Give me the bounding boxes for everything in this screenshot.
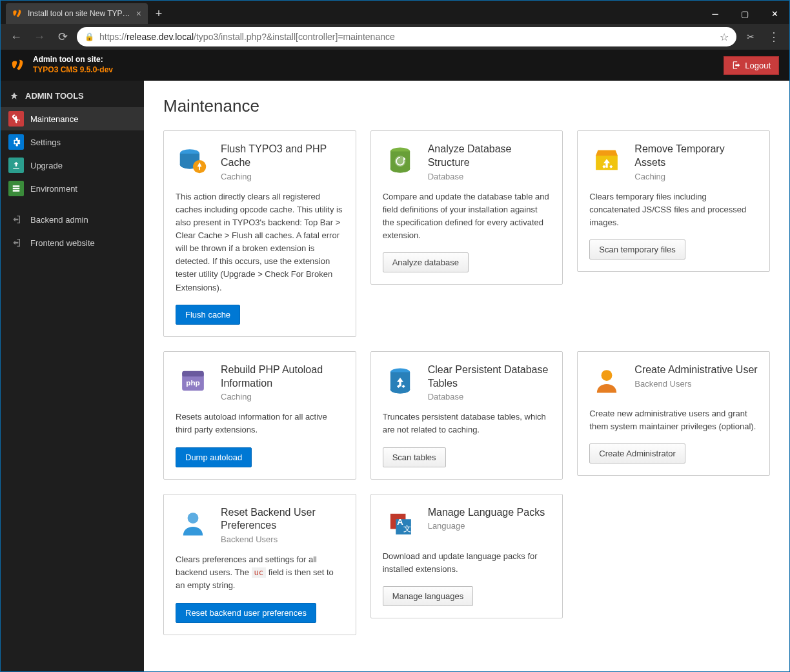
card-description: Compare and update the database table an…	[383, 190, 551, 243]
card-title: Remove Temporary Assets	[634, 143, 758, 170]
card-icon: php	[176, 363, 210, 398]
sidebar-item-label: Upgrade	[30, 161, 63, 170]
card-action-button[interactable]: Scan tables	[383, 447, 446, 467]
menu-icon[interactable]: ⋮	[765, 28, 783, 46]
card: Reset Backend User PreferencesBackend Us…	[163, 494, 356, 635]
card-category: Caching	[634, 172, 758, 181]
url-input[interactable]: 🔒 https://release.dev.local/typo3/instal…	[77, 27, 736, 46]
sidebar-item-label: Maintenance	[30, 114, 78, 124]
upload-icon	[8, 158, 24, 173]
sidebar: ADMIN TOOLS Maintenance Settings Upgrade…	[1, 81, 144, 671]
card: phpRebuild PHP Autoload InformationCachi…	[163, 351, 356, 480]
card-icon	[383, 363, 418, 398]
card-icon	[589, 143, 624, 178]
card-category: Backend Users	[634, 379, 757, 389]
sidebar-item-environment[interactable]: Environment	[1, 177, 144, 200]
sidebar-link-frontend[interactable]: Frontend website	[1, 231, 144, 254]
app-topbar: Admin tool on site: TYPO3 CMS 9.5.0-dev …	[1, 50, 789, 81]
sidebar-item-maintenance[interactable]: Maintenance	[1, 107, 144, 130]
card: Create Administrative UserBackend UsersC…	[577, 351, 770, 476]
topbar-site-label: Admin tool on site:	[33, 55, 113, 65]
page-title: Maintenance	[163, 96, 770, 116]
tab-title: Install tool on site New TYPO3 si	[28, 9, 131, 18]
card: Flush TYPO3 and PHP CacheCachingThis act…	[163, 130, 356, 337]
card-action-button[interactable]: Analyze database	[383, 252, 469, 272]
window-minimize-icon[interactable]: ─	[700, 3, 730, 24]
card-description: This action directly clears all register…	[176, 190, 344, 294]
url-text: https://release.dev.local/typo3/install.…	[99, 32, 714, 42]
server-icon	[8, 181, 24, 196]
card-action-button[interactable]: Flush cache	[176, 305, 240, 325]
card-title: Clear Persistent Database Tables	[428, 363, 551, 391]
browser-tab[interactable]: Install tool on site New TYPO3 si ×	[6, 3, 148, 24]
typo3-favicon-icon	[12, 8, 23, 19]
card-title: Rebuild PHP Autoload Information	[221, 363, 344, 391]
sidebar-item-label: Environment	[30, 184, 77, 194]
card: Remove Temporary AssetsCachingClears tem…	[577, 130, 770, 272]
card-title: Manage Language Packs	[428, 506, 545, 520]
sidebar-item-upgrade[interactable]: Upgrade	[1, 154, 144, 177]
sidebar-link-backend[interactable]: Backend admin	[1, 208, 144, 231]
card-category: Caching	[221, 392, 344, 402]
card-category: Database	[428, 172, 551, 181]
card-description: Clears temporary files including concate…	[589, 190, 758, 229]
sidebar-link-label: Frontend website	[30, 238, 95, 248]
sidebar-header: ADMIN TOOLS	[1, 85, 144, 107]
card-action-button[interactable]: Create Administrator	[589, 443, 685, 463]
main-content: Maintenance Flush TYPO3 and PHP CacheCac…	[144, 81, 789, 671]
browser-tab-bar: Install tool on site New TYPO3 si × + ─ …	[1, 1, 789, 24]
svg-point-11	[602, 370, 613, 381]
forward-icon[interactable]: →	[30, 28, 48, 46]
card-description: Truncates persistent database tables, wh…	[383, 411, 551, 436]
card-description: Resets autoload information for all acti…	[176, 411, 344, 436]
address-bar: ← → ⟳ 🔒 https://release.dev.local/typo3/…	[1, 24, 789, 50]
card-icon	[176, 143, 210, 178]
card-description: Clears preferences and settings for all …	[176, 553, 344, 592]
card-description: Create new administrative users and gran…	[589, 407, 758, 433]
card: Analyze Database StructureDatabaseCompar…	[370, 130, 563, 285]
logout-button[interactable]: Logout	[724, 56, 779, 75]
card-category: Database	[428, 392, 551, 402]
card-icon	[383, 143, 418, 178]
card-action-button[interactable]: Reset backend user preferences	[176, 603, 316, 623]
new-tab-button[interactable]: +	[148, 3, 170, 24]
svg-text:A: A	[397, 516, 403, 526]
svg-text:php: php	[186, 378, 200, 387]
sidebar-link-label: Backend admin	[30, 215, 88, 225]
card-category: Language	[428, 521, 545, 531]
sidebar-item-settings[interactable]: Settings	[1, 130, 144, 154]
tab-close-icon[interactable]: ×	[136, 8, 141, 19]
topbar-version: TYPO3 CMS 9.5.0-dev	[33, 65, 113, 76]
exit-icon	[8, 212, 24, 227]
card-description: Download and update language packs for i…	[383, 550, 551, 576]
svg-point-12	[188, 513, 199, 524]
back-icon[interactable]: ←	[7, 28, 25, 46]
reload-icon[interactable]: ⟳	[54, 28, 72, 46]
window-close-icon[interactable]: ✕	[760, 3, 789, 24]
card-category: Caching	[221, 172, 344, 181]
logout-icon	[732, 61, 741, 70]
typo3-logo-icon	[11, 58, 25, 72]
exit-icon	[8, 235, 24, 250]
card-title: Reset Backend User Preferences	[221, 506, 344, 533]
card-action-button[interactable]: Dump autoload	[176, 447, 252, 467]
card-icon	[176, 506, 210, 541]
extension-icon[interactable]: ✂	[742, 28, 760, 46]
rocket-icon	[10, 92, 19, 101]
card-category: Backend Users	[221, 535, 344, 544]
card-action-button[interactable]: Manage languages	[383, 586, 474, 606]
window-maximize-icon[interactable]: ▢	[730, 3, 760, 24]
bookmark-star-icon[interactable]: ☆	[720, 31, 729, 43]
card: A文Manage Language PacksLanguageDownload …	[370, 494, 563, 618]
wrench-icon	[8, 111, 24, 127]
card-title: Analyze Database Structure	[428, 143, 551, 170]
card-title: Flush TYPO3 and PHP Cache	[221, 143, 344, 170]
lock-icon: 🔒	[85, 32, 94, 41]
card-action-button[interactable]: Scan temporary files	[589, 239, 685, 260]
card-icon: A文	[383, 506, 418, 541]
svg-text:文: 文	[403, 524, 411, 533]
gear-icon	[8, 134, 24, 150]
card-title: Create Administrative User	[634, 363, 757, 377]
svg-rect-7	[182, 371, 204, 376]
sidebar-item-label: Settings	[30, 137, 61, 147]
